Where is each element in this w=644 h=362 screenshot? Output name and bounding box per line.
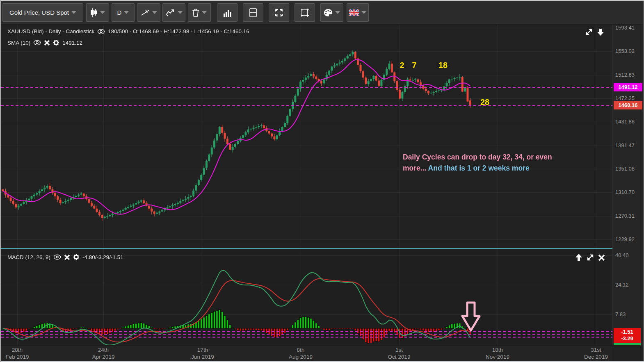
- fullscreen-button[interactable]: [269, 3, 289, 22]
- trendline-tool-button[interactable]: [137, 3, 160, 22]
- price-tick-label: 1593.41: [615, 25, 635, 31]
- expand-arrows-icon: [274, 8, 283, 17]
- macd-green-tag-strip: [614, 343, 641, 345]
- time-axis-label: 24thApr 2019: [92, 346, 115, 360]
- language-button[interactable]: [347, 3, 369, 22]
- chevron-down-icon: [71, 11, 76, 14]
- price-tick-label: 1391.47: [615, 142, 635, 148]
- volume-button[interactable]: [217, 3, 238, 22]
- price-tick-label: 1553.02: [615, 48, 635, 54]
- time-axis-label: 28thFeb 2019: [5, 346, 29, 360]
- sma-price-tag: 1491.12: [614, 83, 642, 91]
- close-icon[interactable]: [44, 40, 50, 46]
- macd-tick-label: 7.83: [615, 311, 626, 317]
- chevron-down-icon: [335, 11, 340, 14]
- cycle-day-label[interactable]: 28: [480, 98, 489, 107]
- macd-hist-tag: -1.51: [614, 329, 641, 335]
- time-axis-label: 8thAug 2019: [289, 346, 313, 360]
- main-price-chart[interactable]: [1, 25, 612, 248]
- eye-icon[interactable]: [33, 40, 41, 46]
- time-axis-label: 1stOct 2019: [388, 346, 411, 360]
- note-text-line2[interactable]: more... And that is 1 or 2 weeks more: [403, 163, 530, 174]
- chevron-down-icon: [152, 11, 157, 14]
- gear-icon[interactable]: [53, 39, 59, 46]
- trendline-icon: [141, 9, 150, 17]
- chevron-down-icon: [124, 11, 129, 14]
- macd-panel-controls: [575, 253, 605, 262]
- note-text-line1[interactable]: Daily Cycles can drop to day 32, 34, or …: [403, 152, 552, 163]
- frame-tool-button[interactable]: [295, 3, 315, 22]
- macd-title: MACD (12, 26, 9): [7, 254, 50, 260]
- layout-split-button[interactable]: [243, 3, 263, 22]
- price-tick-label: 1351.08: [615, 166, 635, 172]
- time-axis-label: 31stDec 2019: [584, 346, 608, 360]
- resize-diagonal-icon[interactable]: [585, 28, 593, 36]
- cycle-day-label[interactable]: 18: [438, 61, 448, 70]
- macd-signal-tag: -3.29: [614, 335, 641, 342]
- chart-window: Gold Price, USD Spot D: [0, 0, 644, 362]
- down-arrow-annotation[interactable]: [461, 301, 481, 334]
- macd-tick-label: 24.12: [615, 282, 629, 288]
- price-tick-label: 1310.70: [615, 189, 635, 195]
- cycle-day-label[interactable]: 7: [412, 61, 416, 70]
- close-panel-icon[interactable]: [598, 254, 605, 261]
- timeframe-label: D: [117, 9, 122, 16]
- gear-icon[interactable]: [73, 254, 80, 260]
- sma-value: 1491.12: [62, 40, 82, 46]
- palette-icon: [324, 9, 333, 17]
- time-axis-label: 17thJun 2019: [191, 346, 214, 360]
- move-panel-up-icon[interactable]: [575, 253, 582, 262]
- sma-label: SMA (10): [7, 40, 30, 46]
- trash-icon: [192, 8, 199, 17]
- note-text-blue: And that is 1 or 2 weeks more: [428, 164, 530, 172]
- uk-flag-icon: [349, 9, 359, 16]
- time-axis-label: 18thNov 2019: [486, 346, 509, 360]
- toolbar: Gold Price, USD Spot D: [1, 1, 644, 25]
- chevron-down-icon: [361, 11, 366, 14]
- chart-title: XAUUSD (Bid) - Daily - Candlestick: [7, 28, 94, 34]
- macd-tick-label: 40.40: [615, 252, 629, 258]
- close-icon[interactable]: [64, 254, 70, 260]
- symbol-label: Gold Price, USD Spot: [9, 9, 69, 16]
- main-chart-legend: XAUUSD (Bid) - Daily - Candlestick 180/5…: [7, 28, 249, 34]
- cycle-day-label[interactable]: 2: [400, 61, 404, 70]
- resize-diagonal-icon[interactable]: [586, 253, 594, 262]
- move-panel-down-icon[interactable]: [597, 28, 604, 36]
- candlestick-icon: [90, 8, 98, 18]
- price-tick-label: 1229.92: [615, 236, 635, 242]
- note-text-pink: more...: [403, 164, 428, 172]
- eye-icon[interactable]: [53, 254, 61, 260]
- chart-type-button[interactable]: [86, 3, 109, 22]
- frame-crop-icon: [300, 8, 309, 17]
- indicator-tool-button[interactable]: [162, 3, 185, 22]
- price-tick-label: 1512.63: [615, 72, 635, 78]
- price-tick-label: 1431.86: [615, 118, 635, 125]
- price-tick-label: 1472.25: [615, 95, 635, 101]
- macd-value-tag: -1.51 -3.29: [614, 328, 641, 343]
- split-panel-icon: [249, 8, 257, 18]
- chevron-down-icon: [202, 11, 207, 14]
- macd-indicator-chart[interactable]: [1, 248, 612, 345]
- last-price-tag: 1460.16: [614, 101, 642, 109]
- macd-values: -4.80/-3.29/-1.51: [82, 254, 123, 260]
- indicator-zigzag-icon: [165, 9, 175, 17]
- panel-separator: [1, 248, 612, 249]
- price-tick-label: 1270.31: [615, 213, 635, 219]
- timeframe-button[interactable]: D: [112, 3, 135, 22]
- macd-legend: MACD (12, 26, 9) -4.80/-3.29/-1.51: [7, 254, 123, 260]
- chevron-down-icon: [178, 11, 183, 14]
- symbol-selector-button[interactable]: Gold Price, USD Spot: [2, 3, 83, 22]
- chevron-down-icon: [100, 11, 105, 14]
- delete-drawings-button[interactable]: [188, 3, 211, 22]
- volume-bars-icon: [223, 9, 231, 17]
- palette-button[interactable]: [320, 3, 343, 22]
- eye-icon[interactable]: [97, 29, 105, 34]
- sma-legend: SMA (10) 1491.12: [7, 39, 82, 46]
- ohlc-readout: 180/500 - O:1468.69 - H:1472.98 - L:1456…: [108, 28, 249, 34]
- main-panel-controls: [585, 28, 604, 36]
